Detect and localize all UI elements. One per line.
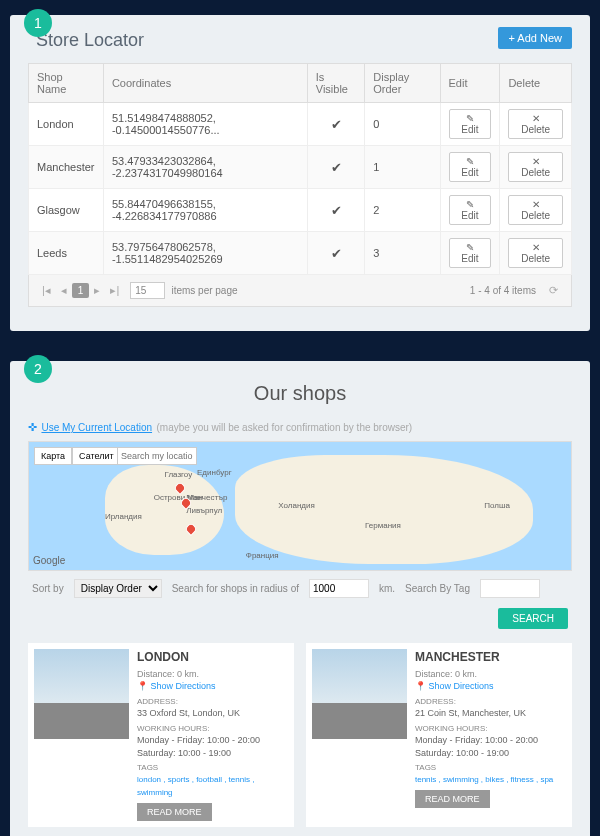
shop-image: [34, 649, 129, 739]
frontend-panel: 2 Our shops ✜ Use My Current Location (m…: [10, 361, 590, 836]
hours-label: WORKING HOURS:: [415, 723, 566, 734]
cell-visible: ✔: [307, 103, 364, 146]
pager-current: 1: [72, 283, 90, 298]
tag-link[interactable]: tennis , swimming , bikes , fitness , sp…: [415, 775, 553, 784]
hours-line: Monday - Friday: 10:00 - 20:00: [415, 734, 566, 747]
shop-distance: Distance: 0 km.: [415, 668, 566, 681]
col-header[interactable]: Is Visible: [307, 64, 364, 103]
cell-name: London: [29, 103, 104, 146]
cell-visible: ✔: [307, 146, 364, 189]
cell-coords: 55.84470496638155, -4.226834177970886: [103, 189, 307, 232]
radius-input[interactable]: [309, 579, 369, 598]
shop-tags: tennis , swimming , bikes , fitness , sp…: [415, 773, 566, 786]
step-badge-2: 2: [24, 355, 52, 383]
shop-image: [312, 649, 407, 739]
tags-label: TAGS: [415, 762, 566, 773]
location-row: ✜ Use My Current Location (maybe you wil…: [28, 417, 572, 435]
cell-coords: 53.47933423032864, -2.2374317049980164: [103, 146, 307, 189]
cell-name: Manchester: [29, 146, 104, 189]
shop-address: 21 Coin St, Manchester, UK: [415, 707, 566, 720]
crosshair-icon: ✜: [28, 421, 37, 433]
col-header[interactable]: Edit: [440, 64, 500, 103]
delete-button[interactable]: ✕ Delete: [508, 238, 563, 268]
pager-info: 1 - 4 of 4 items: [470, 285, 536, 296]
address-label: ADDRESS:: [137, 696, 288, 707]
sort-by-label: Sort by: [32, 583, 64, 594]
edit-button[interactable]: ✎ Edit: [449, 152, 492, 182]
show-directions-link[interactable]: 📍 Show Directions: [415, 680, 566, 693]
col-header[interactable]: Display Order: [365, 64, 440, 103]
show-directions-link[interactable]: 📍 Show Directions: [137, 680, 288, 693]
delete-button[interactable]: ✕ Delete: [508, 109, 563, 139]
shop-name: MANCHESTER: [415, 649, 566, 666]
pager-last[interactable]: ▸|: [105, 281, 124, 300]
cell-visible: ✔: [307, 189, 364, 232]
table-row: London 51.51498474888052, -0.14500014550…: [29, 103, 572, 146]
shop-cards: LONDON Distance: 0 km. 📍 Show Directions…: [28, 643, 572, 836]
table-row: Glasgow 55.84470496638155, -4.2268341779…: [29, 189, 572, 232]
delete-button[interactable]: ✕ Delete: [508, 152, 563, 182]
cell-name: Glasgow: [29, 189, 104, 232]
km-label: km.: [379, 583, 395, 594]
tag-input[interactable]: [480, 579, 540, 598]
address-label: ADDRESS:: [415, 696, 566, 707]
hours-line: Saturday: 10:00 - 19:00: [137, 747, 288, 760]
map-type-map[interactable]: Карта: [34, 447, 72, 465]
cell-coords: 53.79756478062578, -1.5511482954025269: [103, 232, 307, 275]
col-header[interactable]: Coordinates: [103, 64, 307, 103]
map-type-satellite[interactable]: Сателит: [72, 447, 121, 465]
filter-bar: Sort by Display Order Search for shops i…: [28, 571, 572, 637]
read-more-button[interactable]: READ MORE: [415, 790, 490, 808]
col-header[interactable]: Shop Name: [29, 64, 104, 103]
panel-title: Store Locator: [36, 30, 572, 51]
map[interactable]: Глазгоу Единбург Ирландия Острови Ман Ма…: [28, 441, 572, 571]
shops-title: Our shops: [28, 382, 572, 405]
radius-label: Search for shops in radius of: [172, 583, 299, 594]
table-row: Manchester 53.47933423032864, -2.2374317…: [29, 146, 572, 189]
cell-order: 2: [365, 189, 440, 232]
shop-distance: Distance: 0 km.: [137, 668, 288, 681]
cell-order: 1: [365, 146, 440, 189]
col-header[interactable]: Delete: [500, 64, 572, 103]
tag-link[interactable]: london , sports , football , tennis , sw…: [137, 775, 254, 797]
cell-coords: 51.51498474888052, -0.14500014550776...: [103, 103, 307, 146]
stores-table: Shop NameCoordinatesIs VisibleDisplay Or…: [28, 63, 572, 275]
shop-tags: london , sports , football , tennis , sw…: [137, 773, 288, 798]
admin-panel: 1 Store Locator + Add New Shop NameCoord…: [10, 15, 590, 331]
pager-prev[interactable]: ◂: [56, 281, 72, 300]
shop-card: MANCHESTER Distance: 0 km. 📍 Show Direct…: [306, 643, 572, 827]
sort-select[interactable]: Display Order: [74, 579, 162, 598]
pager: |◂ ◂ 1 ▸ ▸| 15 items per page 1 - 4 of 4…: [28, 275, 572, 307]
read-more-button[interactable]: READ MORE: [137, 803, 212, 821]
location-hint: (maybe you will be asked for confirmatio…: [157, 422, 413, 433]
edit-button[interactable]: ✎ Edit: [449, 109, 492, 139]
page-size-select[interactable]: 15: [130, 282, 165, 299]
pager-first[interactable]: |◂: [37, 281, 56, 300]
cell-order: 3: [365, 232, 440, 275]
step-badge-1: 1: [24, 9, 52, 37]
shop-name: LONDON: [137, 649, 288, 666]
edit-button[interactable]: ✎ Edit: [449, 238, 492, 268]
cell-visible: ✔: [307, 232, 364, 275]
tags-label: TAGS: [137, 762, 288, 773]
shop-card: LONDON Distance: 0 km. 📍 Show Directions…: [28, 643, 294, 827]
pager-next[interactable]: ▸: [89, 281, 105, 300]
hours-label: WORKING HOURS:: [137, 723, 288, 734]
table-row: Leeds 53.79756478062578, -1.551148295402…: [29, 232, 572, 275]
hours-line: Saturday: 10:00 - 19:00: [415, 747, 566, 760]
shop-address: 33 Oxford St, London, UK: [137, 707, 288, 720]
hours-line: Monday - Friday: 10:00 - 20:00: [137, 734, 288, 747]
google-logo: Google: [33, 555, 65, 566]
add-new-button[interactable]: + Add New: [498, 27, 572, 49]
pin-icon: 📍: [137, 681, 148, 691]
pager-refresh[interactable]: ⟳: [544, 281, 563, 300]
tag-label: Search By Tag: [405, 583, 470, 594]
cell-name: Leeds: [29, 232, 104, 275]
edit-button[interactable]: ✎ Edit: [449, 195, 492, 225]
map-search-input[interactable]: [117, 447, 197, 465]
search-button[interactable]: SEARCH: [498, 608, 568, 629]
use-location-link[interactable]: Use My Current Location: [41, 422, 152, 433]
pin-icon: 📍: [415, 681, 426, 691]
cell-order: 0: [365, 103, 440, 146]
delete-button[interactable]: ✕ Delete: [508, 195, 563, 225]
